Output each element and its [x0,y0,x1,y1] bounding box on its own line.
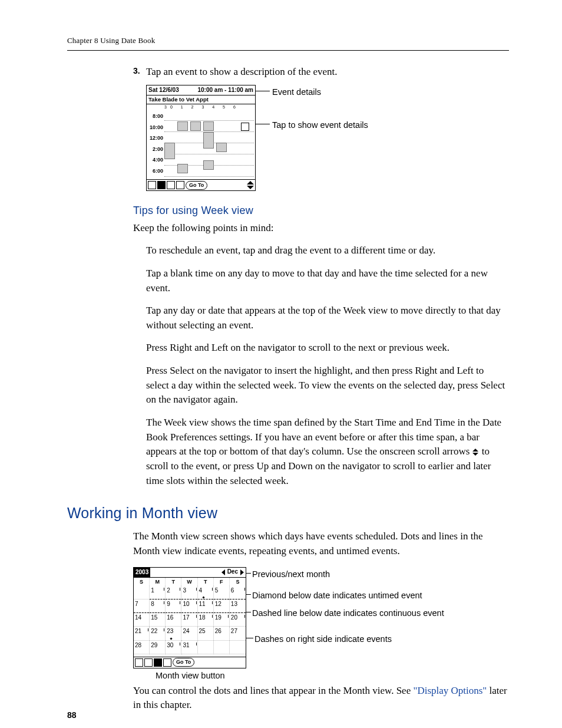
day-cell[interactable]: 29 [150,641,166,654]
tip-item: Press Right and Left on the navigator to… [146,341,509,355]
event-dash-icon [227,615,229,618]
day-cell[interactable] [214,641,230,654]
week-view-screen: Sat 12/6/03 10:00 am - 11:00 am Take Bla… [146,85,256,191]
event-dash-icon [244,615,245,618]
event-dash-icon [179,588,180,591]
event-dash-icon [179,643,180,645]
event-block[interactable] [203,121,214,131]
event-block[interactable] [190,121,201,131]
week-grid: 8:00 10:00 12:00 2:00 4:00 6:00 [147,110,255,176]
day-cell[interactable]: 31 [181,641,197,654]
month-view-caption: Month view button [156,670,225,682]
day-cell[interactable]: 28 [134,641,150,654]
scroll-arrows-icon[interactable] [247,181,254,189]
event-block[interactable] [177,164,188,173]
day-cell[interactable]: 13 [230,599,246,613]
time-3: 2:00 [147,144,163,155]
week-note-a: The Week view shows the time span define… [146,417,501,457]
running-head: Chapter 8 Using Date Book [67,35,509,47]
callout-dashed: Dashed line below date indicates continu… [252,607,444,620]
month-outro-a: You can control the dots and lines that … [133,685,413,696]
month-intro: The Month view screen shows which days h… [133,529,509,558]
day-cell[interactable]: 4 [198,586,214,599]
week-view-icon[interactable] [157,181,166,189]
day-cell[interactable]: 27 [230,627,246,640]
time-2: 12:00 [147,133,163,144]
day-cell[interactable]: 19 [214,613,230,627]
day-cell[interactable]: 3 [181,586,197,599]
day-cell[interactable]: 16 [166,613,181,627]
day-cell[interactable]: 2 [166,586,181,599]
month-grid[interactable]: 1234567891011121314151617181920212223242… [134,586,246,654]
week-grid-area[interactable] [164,110,254,176]
callout-line [246,573,251,574]
event-block[interactable] [203,132,214,149]
agenda-view-icon[interactable] [176,181,184,189]
day-cell[interactable]: 26 [214,627,230,640]
agenda-view-icon[interactable] [163,658,171,667]
year-chip[interactable]: 2003 [134,568,150,577]
day-cell[interactable]: 7 [134,599,150,613]
next-month-icon[interactable] [240,569,244,575]
event-block[interactable] [164,143,175,159]
week-time-range: 10:00 am - 11:00 am [197,86,253,95]
day-cell[interactable]: 5 [214,586,230,599]
day-cell[interactable]: 12 [214,599,230,613]
day-view-icon[interactable] [135,658,143,667]
day-cell[interactable]: 20 [230,613,246,627]
dow: S [134,578,150,586]
callout-line [246,638,253,638]
time-5: 6:00 [147,166,163,177]
tip-item: Press Select on the navigator to insert … [146,364,509,407]
event-dash-icon [163,628,164,631]
day-cell[interactable]: 18 [198,613,214,627]
scroll-arrows-icon [472,449,480,456]
day-cell[interactable]: 17 [181,613,197,627]
day-cell[interactable]: 25 [198,627,214,640]
callout-event-details: Event details [272,86,321,98]
month-view-button[interactable] [154,658,162,667]
dow: S [230,578,246,586]
day-view-icon[interactable] [148,181,156,189]
event-dash-icon [179,601,180,604]
day-cell[interactable]: 11 [198,599,214,613]
event-block[interactable] [216,143,227,152]
goto-button[interactable]: Go To [173,658,194,667]
time-4: 4:00 [147,154,163,166]
dow: F [214,578,230,586]
day-cell[interactable]: 9 [166,599,181,613]
day-cell[interactable]: 15 [150,613,166,627]
event-dash-icon [211,588,213,591]
body-column: 3. Tap an event to show a description of… [133,65,509,713]
display-options-link[interactable]: "Display Options" [413,685,487,696]
prev-month-icon[interactable] [222,569,225,575]
event-block[interactable] [177,121,188,131]
day-cell[interactable] [198,641,214,654]
event-dash-icon [163,588,164,591]
day-cell[interactable]: 24 [181,627,197,640]
header-rule [67,50,509,51]
day-cell[interactable]: 6 [230,586,246,599]
day-cell[interactable]: 8 [150,599,166,613]
day-cell[interactable]: 22 [150,627,166,640]
goto-button[interactable]: Go To [186,181,207,190]
day-cell[interactable]: 10 [181,599,197,613]
event-title-bar: Take Blade to Vet Appt [147,95,255,104]
day-cell[interactable]: 30 [166,641,181,654]
month-view-icon[interactable] [167,181,175,189]
day-cell[interactable] [230,641,246,654]
week-day-numbers: 30 1 2 3 4 5 6 [147,104,255,110]
day-cell[interactable]: 14 [134,613,150,627]
callout-prev-next: Previous/next month [252,568,330,581]
event-block[interactable] [203,160,214,170]
day-cell[interactable] [134,586,150,599]
day-cell[interactable]: 1 [150,586,166,599]
callout-line [256,91,270,91]
event-dash-icon [211,615,213,618]
week-view-icon[interactable] [144,658,153,667]
day-cell[interactable]: 23 [166,627,181,640]
selected-event-marker[interactable] [241,123,249,131]
step-row: 3. Tap an event to show a description of… [133,65,509,80]
day-cell[interactable]: 21 [134,627,150,640]
dow: M [150,578,166,586]
